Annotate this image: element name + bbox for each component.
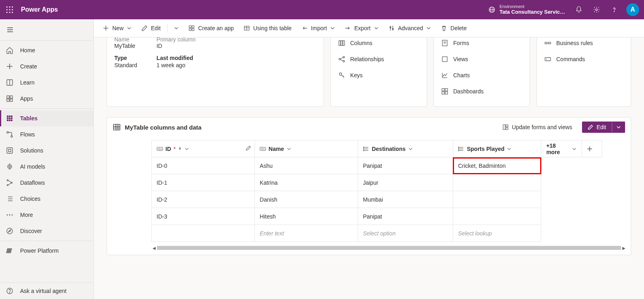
link-columns[interactable]: Columns (338, 37, 419, 51)
cell-name[interactable]: Katrina (255, 174, 358, 191)
svg-point-12 (596, 9, 598, 11)
cell-id[interactable]: ID-1 (152, 174, 255, 191)
more-columns-button[interactable]: +18 more (541, 140, 582, 157)
scroll-track[interactable] (157, 246, 621, 250)
chevron-down-icon (374, 26, 379, 31)
account-avatar[interactable]: A (626, 3, 639, 16)
cell-destinations[interactable]: Panipat (358, 208, 453, 225)
cell-sports-highlighted[interactable]: Cricket, Badminton (453, 157, 541, 174)
cmd-edit[interactable]: Edit (137, 23, 165, 34)
platform-icon (6, 247, 14, 255)
svg-point-1 (9, 6, 10, 8)
svg-point-44 (11, 182, 12, 184)
nav-flows[interactable]: Flows (0, 126, 93, 142)
column-header-name[interactable]: AbcName (255, 140, 358, 157)
link-charts[interactable]: Charts (441, 68, 522, 83)
nav-ai-models[interactable]: AI models (0, 159, 93, 175)
grid-edit-dropdown[interactable] (612, 122, 625, 132)
cell-id[interactable]: ID-2 (152, 191, 255, 208)
cell-sports[interactable] (453, 208, 541, 225)
prop-modified-label: Last modified (157, 55, 196, 61)
commands-icon (544, 56, 551, 63)
prop-name-label-clipped: Name (114, 37, 137, 43)
nav-more[interactable]: More (0, 207, 93, 223)
cmd-export[interactable]: Export (341, 23, 382, 34)
nav-ask-agent[interactable]: Ask a virtual agent (0, 283, 93, 299)
cmd-edit-dropdown[interactable] (170, 23, 183, 33)
svg-point-42 (7, 180, 8, 181)
svg-point-38 (8, 165, 12, 169)
link-keys[interactable]: Keys (338, 68, 419, 83)
nav-discover[interactable]: Discover (0, 223, 93, 239)
link-business-rules[interactable]: Business rules (544, 37, 623, 51)
cell-sports-new[interactable]: Select lookup (453, 225, 541, 242)
cell-id[interactable]: ID-3 (152, 208, 255, 225)
cell-name[interactable]: Danish (255, 191, 358, 208)
nav-apps[interactable]: Apps (0, 91, 93, 107)
cell-destinations[interactable]: Mumbai (358, 191, 453, 208)
cell-name-new[interactable]: Enter text (255, 225, 358, 242)
svg-rect-25 (7, 115, 8, 117)
add-column-button[interactable] (582, 140, 602, 157)
settings-button[interactable] (588, 0, 605, 19)
nav-solutions[interactable]: Solutions (0, 142, 93, 159)
link-relationships[interactable]: Relationships (338, 52, 419, 67)
table-icon (244, 25, 250, 31)
grid-edit-button[interactable]: Edit (582, 122, 612, 133)
nav-dataflows[interactable]: Dataflows (0, 175, 93, 191)
cmd-using-table[interactable]: Using this table (239, 23, 296, 34)
svg-rect-31 (7, 120, 8, 121)
svg-line-80 (343, 76, 344, 76)
cmd-advanced[interactable]: Advanced (384, 23, 435, 34)
cell-id-new[interactable] (152, 225, 255, 242)
svg-point-0 (6, 6, 8, 8)
scroll-left-arrow[interactable]: ◀ (151, 245, 157, 251)
chevron-down-icon (330, 26, 335, 31)
svg-rect-32 (9, 120, 10, 121)
link-commands[interactable]: Commands (544, 52, 623, 67)
edit-column-icon[interactable] (246, 145, 251, 151)
notifications-button[interactable] (570, 0, 588, 19)
nav-power-platform[interactable]: Power Platform (0, 243, 93, 259)
cell-name[interactable]: Ashu (255, 157, 358, 174)
scroll-right-arrow[interactable]: ▶ (621, 245, 627, 251)
more-icon (6, 211, 14, 219)
cell-destinations[interactable]: Jaipur (358, 174, 453, 191)
svg-point-54 (7, 228, 12, 234)
svg-point-43 (7, 185, 8, 186)
svg-rect-90 (549, 42, 551, 44)
cell-name[interactable]: Hitesh (255, 208, 358, 225)
link-dashboards[interactable]: Dashboards (441, 84, 522, 99)
cell-id[interactable]: ID-0 (152, 157, 255, 174)
nav-create[interactable]: Create (0, 58, 93, 74)
update-forms-views-button[interactable]: Update forms and views (497, 122, 577, 133)
link-views[interactable]: Views (441, 52, 522, 67)
environment-picker[interactable]: Environment Tata Consultancy Servic… (488, 4, 565, 15)
cmd-new[interactable]: New (99, 23, 136, 34)
cell-destinations[interactable]: Panipat (358, 157, 453, 174)
cell-destinations-new[interactable]: Select option (358, 225, 453, 242)
nav-learn[interactable]: Learn (0, 74, 93, 91)
svg-rect-85 (442, 89, 444, 91)
link-forms[interactable]: Forms (441, 37, 522, 51)
nav-label: Dataflows (20, 179, 45, 186)
cell-sports[interactable] (453, 174, 541, 191)
nav-tables[interactable]: Tables (0, 110, 93, 126)
nav-collapse-button[interactable] (0, 21, 93, 39)
svg-rect-22 (10, 96, 12, 98)
column-header-id[interactable]: AbcID* (152, 140, 255, 157)
cmd-create-app[interactable]: Create an app (184, 23, 238, 34)
product-name: Power Apps (21, 6, 58, 13)
svg-point-75 (343, 60, 345, 62)
help-button[interactable] (605, 0, 623, 19)
nav-label: Create (20, 63, 37, 70)
column-header-sports[interactable]: Sports Played (453, 140, 541, 157)
horizontal-scrollbar[interactable]: ◀ ▶ (151, 245, 627, 251)
app-launcher-button[interactable] (0, 0, 19, 19)
cmd-import[interactable]: Import (297, 23, 339, 34)
column-header-destinations[interactable]: Destinations (358, 140, 453, 157)
nav-home[interactable]: Home (0, 42, 93, 58)
cmd-delete[interactable]: Delete (437, 23, 471, 34)
cell-sports[interactable] (453, 191, 541, 208)
nav-choices[interactable]: Choices (0, 191, 93, 207)
